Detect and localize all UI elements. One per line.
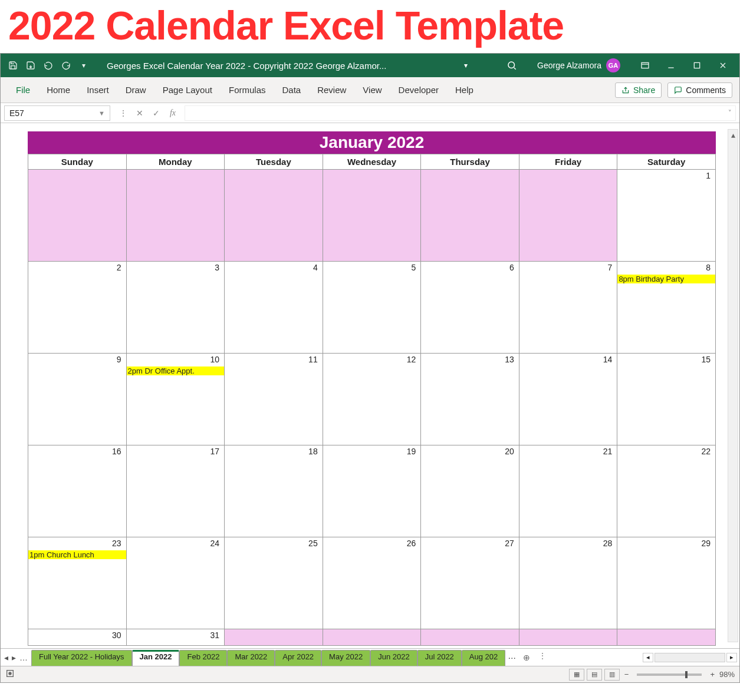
tab-insert[interactable]: Insert xyxy=(78,77,117,103)
calendar-cell[interactable] xyxy=(519,629,617,646)
calendar-cell[interactable]: 31 xyxy=(126,629,225,646)
view-pagebreak-icon[interactable]: ▥ xyxy=(604,669,620,681)
dropdown-icon[interactable]: ⋮ xyxy=(115,108,131,118)
tab-overflow[interactable]: … xyxy=(505,649,518,666)
calendar-event[interactable]: 1pm Church Lunch xyxy=(28,550,126,559)
minimize-icon[interactable] xyxy=(658,57,684,74)
calendar-cell[interactable]: 30 xyxy=(28,629,127,646)
name-box[interactable]: E57 ▼ xyxy=(4,105,110,121)
calendar-cell[interactable]: 2 xyxy=(28,262,127,354)
sheet-tab[interactable]: Apr 2022 xyxy=(275,650,321,666)
calendar-cell[interactable] xyxy=(225,629,323,646)
formula-input[interactable]: ˅ xyxy=(185,105,736,121)
calendar-event[interactable]: 2pm Dr Office Appt. xyxy=(127,366,225,375)
worksheet[interactable]: January 2022 SundayMondayTuesdayWednesda… xyxy=(1,123,739,648)
sheet-tab[interactable]: Jan 2022 xyxy=(132,650,180,666)
calendar-cell[interactable]: 22 xyxy=(617,445,716,537)
sheet-tab[interactable]: Jun 2022 xyxy=(370,650,417,666)
redo-icon[interactable] xyxy=(57,57,75,74)
horizontal-scrollbar[interactable] xyxy=(655,653,725,662)
calendar-cell[interactable] xyxy=(421,170,519,262)
calendar-cell[interactable]: 19 xyxy=(323,445,421,537)
tab-view[interactable]: View xyxy=(354,77,390,103)
share-button[interactable]: Share xyxy=(615,82,662,98)
calendar-cell[interactable]: 5 xyxy=(323,262,421,354)
calendar-cell[interactable]: 11 xyxy=(225,354,323,445)
calendar-cell[interactable] xyxy=(126,170,225,262)
enter-icon[interactable]: ✓ xyxy=(148,108,165,118)
calendar-cell[interactable]: 29 xyxy=(617,537,716,629)
calendar-cell[interactable]: 12 xyxy=(323,354,421,445)
comments-button[interactable]: Comments xyxy=(667,82,732,98)
calendar-cell[interactable]: 13 xyxy=(421,354,519,445)
tab-help[interactable]: Help xyxy=(447,77,482,103)
tab-review[interactable]: Review xyxy=(309,77,354,103)
sheet-tab[interactable]: Jul 2022 xyxy=(417,650,462,666)
calendar-cell[interactable]: 102pm Dr Office Appt. xyxy=(126,354,225,445)
calendar-cell[interactable]: 15 xyxy=(617,354,716,445)
zoom-slider[interactable] xyxy=(637,673,702,676)
calendar-cell[interactable]: 9 xyxy=(28,354,127,445)
view-pagelayout-icon[interactable]: ▤ xyxy=(587,669,602,681)
calendar-cell[interactable]: 17 xyxy=(126,445,225,537)
calendar-cell[interactable]: 4 xyxy=(225,262,323,354)
zoom-in-icon[interactable]: + xyxy=(708,670,717,679)
calendar-cell[interactable]: 14 xyxy=(519,354,617,445)
calendar-event[interactable]: 8pm Birthday Party xyxy=(617,275,715,283)
hscroll-left-icon[interactable]: ◂ xyxy=(643,653,653,662)
calendar-cell[interactable]: 26 xyxy=(323,537,421,629)
calendar-cell[interactable]: 16 xyxy=(28,445,127,537)
calendar-cell[interactable] xyxy=(421,629,519,646)
sheet-tab[interactable]: May 2022 xyxy=(321,650,370,666)
save-icon[interactable] xyxy=(4,57,22,74)
calendar-cell[interactable]: 28 xyxy=(519,537,617,629)
tab-home[interactable]: Home xyxy=(38,77,78,103)
user-account[interactable]: George Alzamora GA xyxy=(537,58,620,72)
zoom-level[interactable]: 98% xyxy=(719,670,735,679)
view-normal-icon[interactable]: ▦ xyxy=(569,669,584,681)
cancel-icon[interactable]: ✕ xyxy=(131,108,148,118)
record-macro-icon[interactable] xyxy=(5,669,15,680)
calendar-cell[interactable]: 88pm Birthday Party xyxy=(617,262,716,354)
autosave-icon[interactable] xyxy=(22,57,40,74)
tab-draw[interactable]: Draw xyxy=(117,77,154,103)
calendar-cell[interactable]: 7 xyxy=(519,262,617,354)
tab-more-icon[interactable]: … xyxy=(19,653,28,662)
calendar-cell[interactable]: 18 xyxy=(225,445,323,537)
calendar-cell[interactable]: 24 xyxy=(126,537,225,629)
qat-customize-icon[interactable]: ▾ xyxy=(75,57,93,74)
tab-menu-icon[interactable]: ⋮ xyxy=(535,649,550,666)
calendar-cell[interactable] xyxy=(225,170,323,262)
tab-prev-icon[interactable]: ◂ xyxy=(4,653,8,662)
hscroll-right-icon[interactable]: ▸ xyxy=(726,653,737,662)
calendar-cell[interactable]: 21 xyxy=(519,445,617,537)
maximize-icon[interactable] xyxy=(684,57,710,74)
tab-next-icon[interactable]: ▸ xyxy=(12,653,16,662)
calendar-cell[interactable]: 6 xyxy=(421,262,519,354)
new-sheet-icon[interactable]: ⊕ xyxy=(518,649,535,666)
close-icon[interactable] xyxy=(710,57,736,74)
vertical-scrollbar[interactable]: ▴ xyxy=(728,129,738,642)
sheet-tab[interactable]: Aug 202 xyxy=(462,650,505,666)
tab-file[interactable]: File xyxy=(8,77,38,103)
title-dropdown-icon[interactable]: ▾ xyxy=(464,61,468,70)
calendar-cell[interactable]: 27 xyxy=(421,537,519,629)
tab-data[interactable]: Data xyxy=(274,77,309,103)
search-icon[interactable] xyxy=(503,57,521,74)
sheet-tab[interactable]: Feb 2022 xyxy=(179,650,227,666)
calendar-cell[interactable]: 231pm Church Lunch xyxy=(28,537,127,629)
calendar-cell[interactable] xyxy=(323,629,421,646)
sheet-tab[interactable]: Full Year 2022 - Holidays xyxy=(31,650,132,666)
calendar-cell[interactable] xyxy=(617,629,716,646)
calendar-cell[interactable]: 20 xyxy=(421,445,519,537)
ribbon-display-icon[interactable] xyxy=(632,57,658,74)
tab-formulas[interactable]: Formulas xyxy=(221,77,274,103)
calendar-cell[interactable]: 3 xyxy=(126,262,225,354)
tab-developer[interactable]: Developer xyxy=(390,77,447,103)
undo-icon[interactable] xyxy=(40,57,57,74)
calendar-cell[interactable] xyxy=(28,170,127,262)
zoom-out-icon[interactable]: − xyxy=(622,670,632,679)
sheet-tab[interactable]: Mar 2022 xyxy=(227,650,275,666)
fx-icon[interactable]: fx xyxy=(165,108,181,118)
calendar-cell[interactable]: 25 xyxy=(225,537,323,629)
